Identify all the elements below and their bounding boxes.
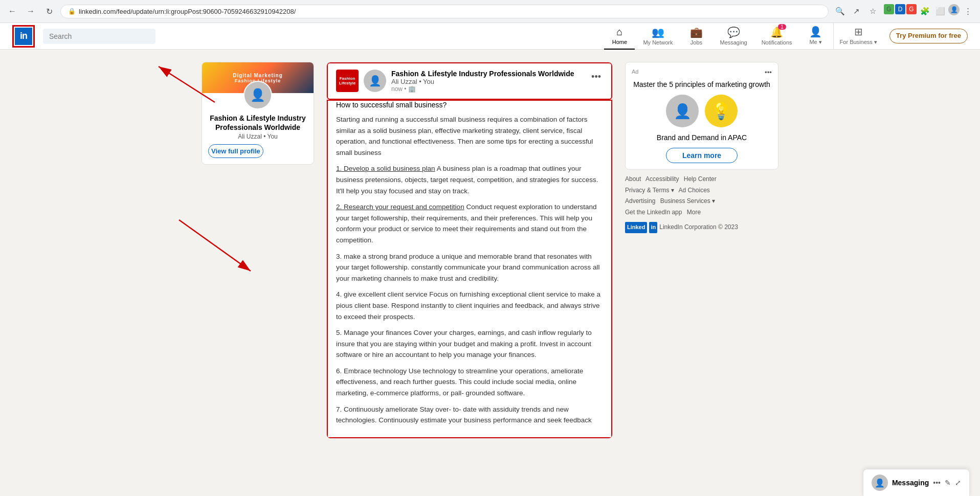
main-nav: ⌂ Home 👥 My Network 💼 Jobs 💬 Messaging 🔔… bbox=[604, 23, 968, 50]
menu-icon[interactable]: ⋮ bbox=[961, 4, 975, 18]
footer-business-services[interactable]: Business Services ▾ bbox=[660, 197, 715, 205]
nav-jobs-label: Jobs bbox=[691, 39, 702, 46]
linkedin-logo[interactable]: in bbox=[15, 28, 32, 45]
lock-icon: 🔒 bbox=[68, 8, 76, 15]
messaging-more-icon[interactable]: ••• bbox=[933, 479, 941, 487]
post-time: now • 🏢 bbox=[391, 85, 584, 93]
ext-icon-2[interactable]: D bbox=[895, 4, 905, 14]
nav-notifications[interactable]: 🔔 1 Notifications bbox=[755, 23, 798, 50]
learn-more-button[interactable]: Learn more bbox=[666, 148, 738, 163]
nav-home[interactable]: ⌂ Home bbox=[604, 23, 635, 50]
right-sidebar: Ad ••• Master the 5 principles of market… bbox=[625, 62, 778, 233]
post-meta: Fashion & Lifestyle Industry Professiona… bbox=[391, 70, 584, 93]
footer-accessibility[interactable]: Accessibility bbox=[645, 175, 679, 183]
messaging-avatar: 👤 bbox=[872, 475, 888, 491]
nav-notifications-label: Notifications bbox=[762, 39, 792, 46]
footer-links: About Accessibility Help Center Privacy … bbox=[625, 174, 778, 233]
profile-circle[interactable]: 👤 bbox=[948, 4, 960, 15]
bookmark-icon[interactable]: ☆ bbox=[865, 4, 880, 18]
premium-button[interactable]: Try Premium for free bbox=[889, 29, 968, 43]
ext-icon-3[interactable]: G bbox=[906, 4, 917, 14]
me-icon: 👤 bbox=[809, 26, 822, 38]
tip-3: 3. make a strong brand produce a unique … bbox=[336, 251, 603, 284]
logo-text: in bbox=[20, 31, 27, 41]
post-author: Ali Uzzal • You bbox=[391, 78, 584, 85]
main-feed: FashionLifestyle 👤 Fashion & Lifestyle I… bbox=[326, 62, 613, 439]
profile-group-name: Fashion & Lifestyle Industry Professiona… bbox=[208, 114, 307, 132]
nav-me-label: Me ▾ bbox=[809, 39, 821, 46]
search-browser-icon[interactable]: 🔍 bbox=[833, 4, 847, 18]
ad-label: Ad ••• bbox=[632, 69, 772, 76]
post-content: Starting and running a successful small … bbox=[336, 114, 603, 426]
messaging-label: Messaging bbox=[892, 479, 929, 487]
linkedin-header: in ⌂ Home 👥 My Network 💼 Jobs 💬 Messagin… bbox=[0, 23, 980, 50]
url-text: linkedin.com/feed/update/urn:li:groupPos… bbox=[79, 8, 296, 15]
nav-jobs[interactable]: 💼 Jobs bbox=[681, 23, 711, 50]
profile-avatar: 👤 bbox=[243, 81, 272, 109]
ad-person-image: 👤 bbox=[666, 95, 699, 127]
url-bar[interactable]: 🔒 linkedin.com/feed/update/urn:li:groupP… bbox=[60, 5, 829, 18]
footer-row-4: Get the LinkedIn app More bbox=[625, 207, 778, 218]
page-scroll[interactable]: Digital Marketing Fashion Lifestyle 👤 Fa… bbox=[0, 50, 980, 496]
tip-1: 1. Develop a solid business plan A busin… bbox=[336, 163, 603, 196]
notifications-icon: 🔔 1 bbox=[770, 26, 783, 38]
nav-my-network[interactable]: 👥 My Network bbox=[637, 23, 679, 50]
refresh-button[interactable]: ↻ bbox=[42, 4, 56, 18]
nav-me[interactable]: 👤 Me ▾ bbox=[800, 23, 831, 50]
post-card: FashionLifestyle 👤 Fashion & Lifestyle I… bbox=[326, 62, 613, 439]
footer-privacy[interactable]: Privacy & Terms ▾ bbox=[625, 187, 674, 194]
puzzle-icon[interactable]: 🧩 bbox=[918, 4, 932, 18]
footer-copyright: LinkedIn Corporation © 2023 bbox=[659, 222, 738, 233]
for-business-icon: ⊞ bbox=[854, 26, 863, 38]
ad-images: 👤 💡 bbox=[632, 95, 772, 127]
post-author-avatar: 👤 bbox=[364, 70, 386, 92]
forward-button[interactable]: → bbox=[24, 4, 38, 18]
share-icon[interactable]: ↗ bbox=[849, 4, 863, 18]
tip-6: 6. Embrace technology Use technology to … bbox=[336, 366, 603, 399]
group-logo: FashionLifestyle bbox=[336, 70, 359, 92]
post-more-button[interactable]: ••• bbox=[589, 70, 603, 84]
footer-help-center[interactable]: Help Center bbox=[684, 175, 717, 183]
profile-card: Digital Marketing Fashion Lifestyle 👤 Fa… bbox=[202, 62, 314, 165]
view-profile-button[interactable]: View full profile bbox=[208, 144, 263, 158]
messaging-expand-icon[interactable]: ⤢ bbox=[955, 479, 961, 487]
nav-for-business[interactable]: ⊞ For Business ▾ bbox=[833, 23, 883, 50]
post-group-name: Fashion & Lifestyle Industry Professiona… bbox=[391, 70, 584, 78]
footer-row-1: About Accessibility Help Center bbox=[625, 174, 778, 185]
footer-more[interactable]: More bbox=[687, 209, 701, 216]
messaging-edit-icon[interactable]: ✎ bbox=[945, 479, 951, 487]
network-icon: 👥 bbox=[652, 26, 664, 38]
profile-author: Ali Uzzal • You bbox=[208, 133, 307, 140]
nav-messaging[interactable]: 💬 Messaging bbox=[714, 23, 753, 50]
ad-title: Master the 5 principles of marketing gro… bbox=[632, 80, 772, 88]
nav-messaging-label: Messaging bbox=[720, 39, 747, 46]
browser-chrome: ← → ↻ 🔒 linkedin.com/feed/update/urn:li:… bbox=[0, 0, 980, 23]
footer-row-3: Advertising Business Services ▾ bbox=[625, 196, 778, 207]
browser-toolbar-icons: 🔍 ↗ ☆ G D G 🧩 ⬜ 👤 ⋮ bbox=[833, 4, 975, 18]
ext-icon-1[interactable]: G bbox=[884, 4, 894, 14]
logo-wrapper: in bbox=[12, 25, 35, 48]
profile-avatar-wrap: 👤 bbox=[202, 81, 314, 109]
ad-lightbulb-image: 💡 bbox=[705, 95, 738, 127]
footer-about[interactable]: About bbox=[625, 175, 641, 183]
ad-card: Ad ••• Master the 5 principles of market… bbox=[625, 62, 778, 170]
messaging-bubble[interactable]: 👤 Messaging ••• ✎ ⤢ bbox=[863, 469, 970, 496]
group-icon: • 🏢 bbox=[404, 85, 416, 93]
footer-ad-choices[interactable]: Ad Choices bbox=[678, 187, 709, 194]
tip-5: 5. Manage your finances Cover your charg… bbox=[336, 327, 603, 360]
jobs-icon: 💼 bbox=[690, 26, 703, 38]
tip-4: 4. give excellent client service Focus o… bbox=[336, 289, 603, 322]
footer-get-app[interactable]: Get the LinkedIn app bbox=[625, 209, 682, 216]
ad-more-button[interactable]: ••• bbox=[765, 69, 772, 76]
footer-advertising[interactable]: Advertising bbox=[625, 197, 655, 205]
footer-logo-row: Linked in LinkedIn Corporation © 2023 bbox=[625, 222, 778, 233]
nav-network-label: My Network bbox=[643, 39, 673, 46]
footer-linkedin-icon: Linked bbox=[625, 222, 647, 233]
tip-7: 7. Continuously ameliorate Stay over- to… bbox=[336, 404, 603, 426]
window-icon[interactable]: ⬜ bbox=[933, 4, 947, 18]
footer-row-2: Privacy & Terms ▾ Ad Choices bbox=[625, 185, 778, 196]
tip-2: 2. Research your request and competition… bbox=[336, 201, 603, 245]
ad-subtitle: Brand and Demand in APAC bbox=[632, 133, 772, 142]
search-input[interactable] bbox=[43, 29, 155, 44]
back-button[interactable]: ← bbox=[5, 4, 19, 18]
